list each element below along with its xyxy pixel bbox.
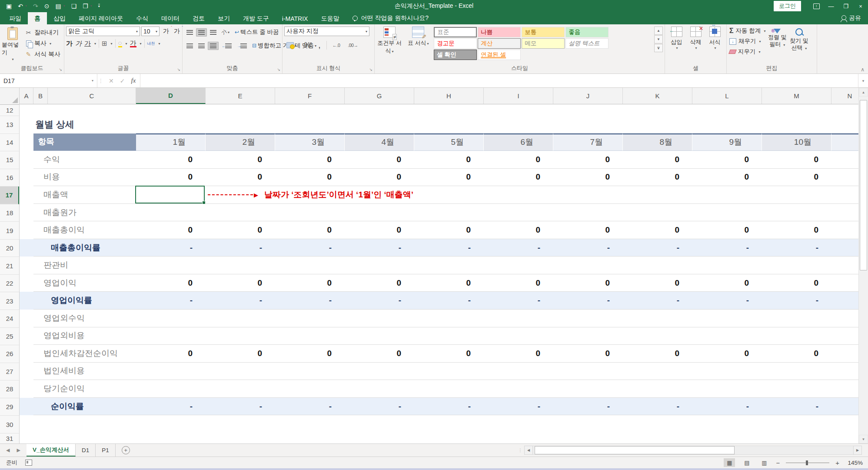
paste-button[interactable]: 붙여넣기 ▾ — [2, 27, 23, 61]
save-icon[interactable]: ▣ — [6, 3, 12, 9]
wrap-text-button[interactable]: ↩텍스트 줄 바꿈 — [233, 27, 281, 38]
cell-A29[interactable] — [20, 398, 33, 416]
cell-r19-m5[interactable]: 0 — [414, 221, 484, 239]
tab-scroll-splitter[interactable]: ⋮ — [518, 444, 522, 457]
cell-r28-m10[interactable] — [762, 380, 831, 398]
switch-windows-icon[interactable]: ❐ — [83, 3, 88, 9]
cell-r22-m10[interactable]: 0 — [762, 274, 831, 292]
row-header-24[interactable]: 24 — [0, 310, 19, 328]
row-label-28[interactable]: 당기순이익 — [33, 380, 136, 398]
cell-r25-m9[interactable] — [692, 327, 762, 345]
cell-r17-m8[interactable] — [623, 186, 692, 204]
cell-r24-m6[interactable] — [484, 310, 553, 327]
close-button[interactable]: × — [853, 0, 868, 12]
row-label-29[interactable]: 순이익률 — [33, 398, 136, 416]
align-left-button[interactable] — [184, 42, 195, 50]
style-normal[interactable]: 표준 — [434, 27, 477, 37]
column-header-K[interactable]: K — [623, 88, 692, 104]
style-check-cell[interactable]: 셀 확인 — [434, 50, 477, 60]
column-header-C[interactable]: C — [48, 88, 136, 104]
enter-check-icon[interactable]: ✓ — [120, 77, 125, 84]
cell-r19-m9[interactable]: 0 — [692, 221, 762, 239]
cell-r24-m4[interactable] — [345, 310, 414, 327]
cell-r17-m10[interactable] — [762, 186, 831, 204]
cell-r18-m1[interactable] — [136, 204, 206, 222]
top-align-button[interactable] — [184, 28, 195, 37]
cell-r27-m1[interactable] — [136, 363, 206, 380]
clipboard-dialog-launcher[interactable]: ↘ — [59, 67, 62, 72]
cell-r29-m10[interactable]: - — [762, 398, 831, 416]
row-header-26[interactable]: 26 — [0, 345, 19, 363]
row-header-23[interactable]: 23 — [0, 292, 19, 310]
style-warning-text[interactable]: 경고문 — [434, 38, 477, 49]
row-header-31[interactable]: 31 — [0, 433, 19, 444]
page-layout-view-button[interactable]: ▤ — [741, 458, 752, 467]
cell-r16-m6[interactable]: 0 — [484, 169, 553, 187]
row-label-27[interactable]: 법인세비용 — [33, 363, 136, 380]
row-label-21[interactable]: 판관비 — [33, 257, 136, 274]
cell-r18-m8[interactable] — [623, 204, 692, 222]
cell-r29-m8[interactable]: - — [623, 398, 692, 416]
cell-r28-m6[interactable] — [484, 380, 553, 398]
cell-r15-m6[interactable]: 0 — [484, 151, 553, 169]
cell-r20-m6[interactable]: - — [484, 239, 553, 257]
row-label-20[interactable]: 매출총이익률 — [33, 239, 136, 257]
scroll-up-icon[interactable]: ▲ — [859, 88, 868, 97]
column-header-A[interactable]: A — [20, 88, 33, 104]
cell-r19-m8[interactable]: 0 — [623, 221, 692, 239]
month-header-6[interactable]: 6월 — [484, 133, 553, 151]
cell-r22-m8[interactable]: 0 — [623, 274, 692, 292]
cell-r18-m10[interactable] — [762, 204, 831, 222]
row-label-18[interactable]: 매출원가 — [33, 204, 136, 222]
cell-r15-m7[interactable]: 0 — [553, 151, 623, 169]
cell-r19-m7[interactable]: 0 — [553, 221, 623, 239]
copy-picture-icon[interactable]: ❏ — [71, 3, 77, 9]
cell-r17-m9[interactable] — [692, 186, 762, 204]
ribbon-display-options-button[interactable]: ↑ — [809, 0, 824, 12]
cell-r15-m8[interactable]: 0 — [623, 151, 692, 169]
accounting-format-button[interactable]: ▾ — [284, 40, 299, 50]
style-bad[interactable]: 나쁨 — [478, 27, 521, 37]
cell-r18-m3[interactable] — [275, 204, 345, 222]
fill-color-dropdown-icon[interactable]: ▾ — [126, 42, 127, 46]
cell-r15-m9[interactable]: 0 — [692, 151, 762, 169]
tell-me-search[interactable]: 어떤 작업을 원하시나요? — [353, 12, 429, 24]
cell-r17-m6[interactable] — [484, 186, 553, 204]
decrease-indent-button[interactable]: ← — [219, 42, 234, 50]
cell-r27-m10[interactable] — [762, 363, 831, 380]
cell-A12[interactable] — [20, 104, 33, 116]
macro-record-icon[interactable] — [25, 460, 32, 466]
cell-A28[interactable] — [20, 380, 33, 398]
column-header-B[interactable]: B — [33, 88, 48, 104]
zoom-out-button[interactable]: − — [776, 459, 780, 467]
cell-r19-m10[interactable]: 0 — [762, 221, 831, 239]
cell-r21-m5[interactable] — [414, 257, 484, 274]
cell-r27-m5[interactable] — [414, 363, 484, 380]
cell-r29-m3[interactable]: - — [275, 398, 345, 416]
row-label-23[interactable]: 영업이익률 — [33, 292, 136, 310]
row-header-12[interactable]: 12 — [0, 105, 19, 116]
month-header-8[interactable]: 8월 — [623, 133, 692, 151]
comma-style-button[interactable]: , — [316, 42, 323, 49]
row-header-30[interactable]: 30 — [0, 416, 19, 433]
align-right-button[interactable] — [208, 42, 219, 50]
cell-r24-m9[interactable] — [692, 310, 762, 327]
cell-r21-m9[interactable] — [692, 257, 762, 274]
cell-r15-m3[interactable]: 0 — [275, 151, 345, 169]
style-explanatory[interactable]: 설명 텍스트 — [565, 38, 609, 49]
row-header-21[interactable]: 21 — [0, 257, 19, 275]
cell-r23-m9[interactable]: - — [692, 292, 762, 310]
ribbon-tab-insert[interactable]: 삽입 — [47, 12, 72, 24]
cell-r26-m3[interactable]: 0 — [275, 345, 345, 363]
row-header-20[interactable]: 20 — [0, 240, 19, 257]
orientation-button[interactable]: 가▾ — [219, 27, 232, 38]
month-header-5[interactable]: 5월 — [414, 133, 484, 151]
cell-r20-m10[interactable]: - — [762, 239, 831, 257]
cell-r15-m1[interactable]: 0 — [136, 151, 206, 169]
row-header-29[interactable]: 29 — [0, 398, 19, 416]
cell-r16-m8[interactable]: 0 — [623, 169, 692, 187]
increase-decimal-button[interactable]: ←.0 — [330, 41, 343, 50]
paste-special-dropdown-icon[interactable]: ▾ — [63, 4, 65, 8]
cell-r27-m6[interactable] — [484, 363, 553, 380]
number-format-combo[interactable]: 사용자 지정▾ — [284, 27, 369, 36]
